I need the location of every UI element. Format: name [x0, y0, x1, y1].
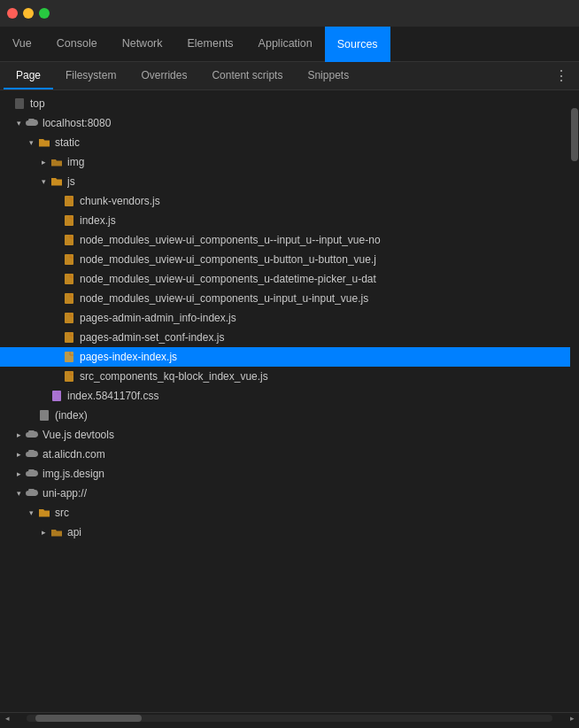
sec-tab-filesystem[interactable]: Filesystem	[53, 62, 128, 89]
item-label-node2: node_modules_uview-ui_components_u-butto…	[80, 253, 376, 266]
node-icon-api	[50, 525, 64, 539]
expand-icon-alicdn: ▸	[12, 450, 25, 459]
node-icon-src	[37, 506, 51, 520]
item-label-alicdn: at.alicdn.com	[42, 448, 105, 461]
top-nav-tab-vue[interactable]: Vue	[0, 27, 44, 62]
item-label-src: src	[55, 507, 69, 519]
top-nav-tab-console[interactable]: Console	[44, 27, 110, 62]
item-label-localhost: localhost:8080	[42, 117, 111, 129]
sec-tab-content-scripts[interactable]: Content scripts	[199, 62, 295, 89]
scroll-thumb[interactable]	[35, 715, 142, 722]
traffic-light-green[interactable]	[39, 8, 50, 19]
scroll-track	[27, 715, 552, 722]
svg-rect-0	[15, 98, 24, 109]
tree-item-top[interactable]: top	[0, 94, 570, 113]
item-label-src-components: src_components_kq-block_index_vue.js	[80, 370, 268, 383]
tree-item-node2[interactable]: node_modules_uview-ui_components_u-butto…	[0, 250, 570, 269]
tree-item-index-css[interactable]: index.5841170f.css	[0, 386, 570, 406]
expand-icon-uniapp: ▾	[12, 489, 25, 498]
node-icon-pages-admin-info	[62, 311, 76, 325]
node-icon-localhost	[25, 116, 39, 130]
tree-item-src-components[interactable]: src_components_kq-block_index_vue.js	[0, 367, 570, 386]
item-label-uniapp: uni-app://	[42, 487, 87, 500]
svg-rect-12	[40, 410, 49, 421]
node-icon-uniapp	[25, 486, 39, 500]
node-icon-node2	[62, 252, 76, 267]
node-icon-chunk-vendors	[62, 194, 76, 208]
traffic-light-red[interactable]	[7, 8, 18, 19]
expand-icon-js: ▾	[37, 177, 50, 186]
node-icon-pages-admin-conf	[62, 330, 76, 345]
item-label-node3: node_modules_uview-ui_components_u-datet…	[80, 273, 376, 285]
top-nav-tab-elements[interactable]: Elements	[175, 27, 246, 62]
svg-rect-2	[65, 215, 73, 226]
item-label-index-css: index.5841170f.css	[67, 390, 158, 402]
node-icon-index-js	[62, 213, 76, 228]
tree-item-static[interactable]: ▾static	[0, 133, 570, 152]
expand-icon-localhost: ▾	[12, 119, 25, 128]
top-nav-tab-application[interactable]: Application	[246, 27, 325, 62]
tree-item-index-html[interactable]: (index)	[0, 406, 570, 425]
node-icon-imgdesign	[25, 467, 39, 481]
vertical-scrollbar[interactable]	[570, 90, 579, 712]
node-icon-static	[37, 136, 51, 150]
node-icon-node3	[62, 272, 76, 286]
svg-rect-6	[65, 293, 73, 304]
tree-item-img[interactable]: ▸img	[0, 152, 570, 172]
item-label-index-html: (index)	[55, 409, 88, 422]
tree-item-pages-admin-info[interactable]: pages-admin-admin_info-index.js	[0, 308, 570, 328]
sec-tab-overrides[interactable]: Overrides	[128, 62, 199, 89]
svg-rect-10	[65, 371, 73, 382]
tree-item-src[interactable]: ▾src	[0, 503, 570, 523]
item-label-img: img	[67, 156, 84, 168]
tree-item-uniapp[interactable]: ▾uni-app://	[0, 484, 570, 503]
tree-item-pages-index[interactable]: pages-index-index.js	[0, 347, 570, 367]
title-bar	[0, 0, 579, 27]
tree-item-localhost[interactable]: ▾localhost:8080	[0, 113, 570, 133]
item-label-index-js: index.js	[80, 214, 116, 227]
svg-rect-5	[65, 274, 73, 284]
tree-item-chunk-vendors[interactable]: chunk-vendors.js	[0, 191, 570, 211]
tree-item-pages-admin-conf[interactable]: pages-admin-set_conf-index.js	[0, 328, 570, 347]
scroll-right-button[interactable]: ▸	[567, 713, 577, 724]
item-label-vuedevtools: Vue.js devtools	[42, 429, 114, 441]
tree-item-imgdesign[interactable]: ▸img.js.design	[0, 464, 570, 484]
scroll-left-button[interactable]: ◂	[2, 713, 12, 724]
sec-tab-snippets[interactable]: Snippets	[295, 62, 361, 89]
tree-item-node1[interactable]: node_modules_uview-ui_components_u--inpu…	[0, 230, 570, 250]
tree-item-api[interactable]: ▸api	[0, 523, 570, 542]
item-label-pages-index: pages-index-index.js	[80, 351, 177, 363]
item-label-top: top	[30, 97, 45, 110]
tree-item-node4[interactable]: node_modules_uview-ui_components_u-input…	[0, 289, 570, 308]
node-icon-js	[50, 174, 64, 189]
tree-item-js[interactable]: ▾js	[0, 172, 570, 191]
top-nav: VueConsoleNetworkElementsApplicationSour…	[0, 27, 579, 62]
sec-tab-page[interactable]: Page	[4, 62, 53, 89]
tree-item-node3[interactable]: node_modules_uview-ui_components_u-datet…	[0, 269, 570, 289]
item-label-api: api	[67, 526, 81, 538]
tree-item-alicdn[interactable]: ▸at.alicdn.com	[0, 445, 570, 464]
traffic-light-yellow[interactable]	[23, 8, 34, 19]
svg-rect-7	[65, 313, 73, 323]
expand-icon-src: ▾	[25, 508, 37, 517]
node-icon-node4	[62, 291, 76, 306]
horizontal-scrollbar[interactable]: ◂ ▸	[0, 712, 579, 723]
item-label-node1: node_modules_uview-ui_components_u--inpu…	[80, 234, 381, 246]
node-icon-vuedevtools	[25, 428, 39, 442]
node-icon-index-html	[37, 408, 51, 422]
item-label-js: js	[67, 175, 75, 188]
top-nav-tab-sources[interactable]: Sources	[325, 27, 390, 62]
node-icon-index-css	[50, 389, 64, 403]
expand-icon-img: ▸	[37, 158, 50, 167]
item-label-imgdesign: img.js.design	[42, 468, 104, 480]
tree-item-vuedevtools[interactable]: ▸Vue.js devtools	[0, 425, 570, 445]
file-tree[interactable]: top▾localhost:8080▾static▸img▾jschunk-ve…	[0, 90, 570, 712]
expand-icon-imgdesign: ▸	[12, 469, 25, 478]
node-icon-node1	[62, 233, 76, 247]
tree-item-index-js[interactable]: index.js	[0, 211, 570, 230]
more-tabs-button[interactable]: ⋮	[547, 62, 575, 89]
item-label-node4: node_modules_uview-ui_components_u-input…	[80, 292, 368, 305]
item-label-pages-admin-info: pages-admin-admin_info-index.js	[80, 312, 236, 324]
node-icon-img	[50, 155, 64, 169]
top-nav-tab-network[interactable]: Network	[110, 27, 175, 62]
